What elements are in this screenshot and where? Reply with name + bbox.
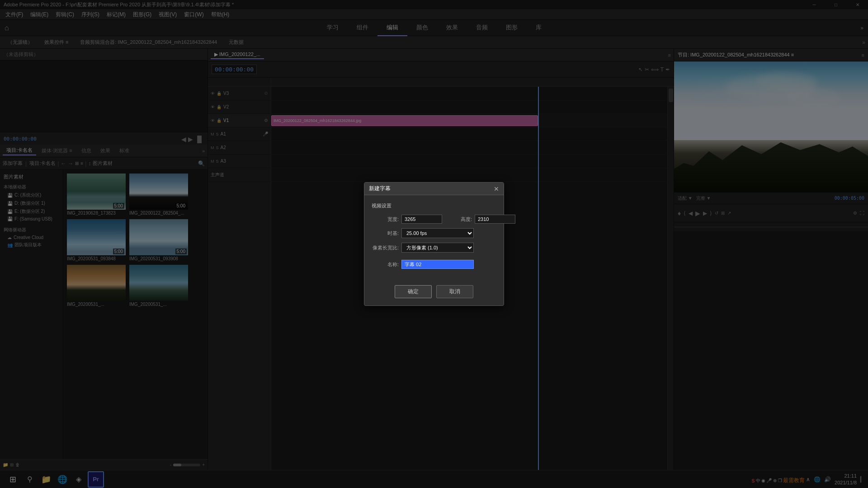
- modal-body: 视频设置 宽度: 高度: 时基: 25.00 fps 24.00 fps 30.…: [364, 195, 504, 281]
- modal-footer: 确定 取消: [364, 281, 504, 305]
- modal-confirm-button[interactable]: 确定: [395, 285, 432, 298]
- modal-dimensions-row: 宽度: 高度:: [372, 215, 496, 224]
- modal-timecode-row: 时基: 25.00 fps 24.00 fps 30.00 fps: [372, 228, 496, 238]
- modal-pixel-label: 像素长宽比:: [372, 244, 399, 251]
- modal-overlay: 新建字幕 ✕ 视频设置 宽度: 高度: 时基: 25.00 fps 24.00 …: [0, 0, 868, 488]
- modal-pixel-select[interactable]: 方形像素 (1.0): [401, 243, 474, 253]
- modal-timecode-select[interactable]: 25.00 fps 24.00 fps 30.00 fps: [401, 228, 474, 238]
- modal-title: 新建字幕: [369, 185, 494, 192]
- modal-titlebar: 新建字幕 ✕: [364, 183, 504, 195]
- modal-height-label: 高度:: [445, 216, 472, 223]
- new-caption-dialog: 新建字幕 ✕ 视频设置 宽度: 高度: 时基: 25.00 fps 24.00 …: [364, 182, 504, 306]
- modal-pixel-row: 像素长宽比: 方形像素 (1.0): [372, 243, 496, 253]
- modal-name-row: 名称:: [372, 260, 496, 269]
- modal-timecode-label: 时基:: [372, 230, 399, 237]
- modal-close-button[interactable]: ✕: [494, 185, 499, 192]
- modal-width-input[interactable]: [401, 215, 442, 224]
- modal-height-input[interactable]: [475, 215, 515, 224]
- modal-name-label: 名称:: [372, 261, 399, 268]
- modal-name-input[interactable]: [401, 260, 474, 269]
- modal-width-label: 宽度:: [372, 216, 399, 223]
- modal-cancel-button[interactable]: 取消: [436, 285, 473, 298]
- modal-section-title: 视频设置: [372, 202, 496, 209]
